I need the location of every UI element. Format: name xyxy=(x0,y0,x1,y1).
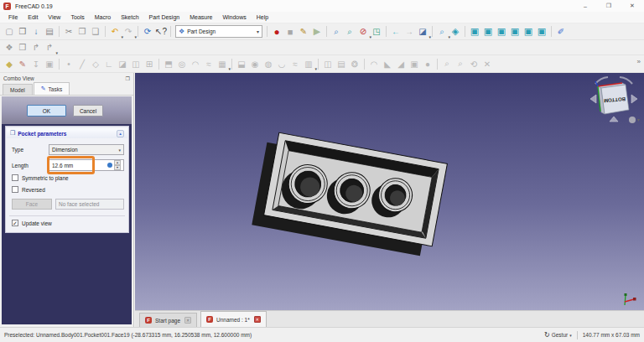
close-button[interactable]: ✕ xyxy=(621,0,644,12)
make-link-icon[interactable]: ↱ xyxy=(29,41,43,54)
restore-button[interactable]: ❐ xyxy=(597,0,621,12)
macro-record-icon[interactable]: ● xyxy=(270,25,283,39)
std-group-icon[interactable]: ❒ xyxy=(16,41,29,54)
sync-view-icon[interactable]: ◳ xyxy=(370,25,383,39)
tab-document-unnamed[interactable]: F Unnamed : 1* ✕ xyxy=(200,311,267,327)
navigation-style-selector[interactable]: ↻ Gestur ▾ xyxy=(544,331,572,339)
type-dropdown[interactable]: Dimension ▾ xyxy=(49,144,124,155)
create-body-icon[interactable]: ◆ xyxy=(3,57,16,70)
measure-clear-icon[interactable]: ✕ xyxy=(480,57,494,70)
boolean-icon[interactable]: ● xyxy=(421,57,434,70)
macro-stop-icon[interactable]: ■ xyxy=(283,25,297,39)
tab-start-page[interactable]: F Start page ✕ xyxy=(139,313,197,327)
length-input[interactable]: 12.6 mm ▴ ▾ xyxy=(49,159,124,171)
view-isometric-icon[interactable]: ◈ xyxy=(449,25,462,39)
3d-viewport[interactable]: BOTTOM xyxy=(135,73,644,310)
nav-back-icon[interactable]: ← xyxy=(389,25,402,39)
view-left-icon[interactable]: ▣ xyxy=(535,25,548,39)
menu-item-view[interactable]: View xyxy=(43,14,65,20)
menu-item-file[interactable]: File xyxy=(3,14,23,20)
reversed-checkbox[interactable] xyxy=(12,186,18,193)
part-3d-model[interactable] xyxy=(135,73,644,310)
subtractive-pipe-icon[interactable]: ≈ xyxy=(288,57,302,70)
measure-linear-icon[interactable]: ⌕ xyxy=(440,57,454,70)
view-rear-icon[interactable]: ▣ xyxy=(508,25,522,39)
open-folder-icon[interactable]: ❒ xyxy=(16,25,29,39)
map-sketch-icon[interactable]: ↧ xyxy=(29,57,43,70)
minimize-button[interactable]: – xyxy=(574,0,597,12)
subtractive-primitive-icon[interactable]: ▥▾ xyxy=(302,57,315,70)
sub-shape-binder-icon[interactable]: ◫ xyxy=(129,57,143,70)
navcube-menu-sphere[interactable] xyxy=(629,117,636,123)
expression-icon[interactable] xyxy=(107,163,112,168)
measure-angular-icon[interactable]: ⌕ xyxy=(454,57,467,70)
nav-forward-icon[interactable]: → xyxy=(402,25,416,39)
face-field[interactable]: No face selected xyxy=(55,199,124,210)
draft-icon[interactable]: ◢ xyxy=(394,57,408,70)
additive-loft-icon[interactable]: ◠ xyxy=(189,57,202,70)
toolbar-overflow-button[interactable]: » xyxy=(637,58,641,65)
face-button[interactable]: Face xyxy=(12,199,52,210)
polar-pattern-icon[interactable]: ❂ xyxy=(348,57,361,70)
mirrored-icon[interactable]: ◫ xyxy=(321,57,335,70)
zoom-icon[interactable]: ⌕ xyxy=(343,25,356,39)
menu-item-sketch[interactable]: Sketch xyxy=(116,14,143,20)
pocket-parameters-header[interactable]: ❒ Pocket parameters ▴ xyxy=(7,128,127,138)
macro-play-icon[interactable]: ▶ xyxy=(310,25,324,39)
measure-refresh-icon[interactable]: ⟲ xyxy=(467,57,480,70)
menu-item-edit[interactable]: Edit xyxy=(23,14,43,20)
pocket-icon[interactable]: ⬓ xyxy=(235,57,248,70)
menu-item-windows[interactable]: Windows xyxy=(217,14,251,20)
make-link-group-icon[interactable]: ↱▾ xyxy=(43,41,56,54)
revolution-icon[interactable]: ◎ xyxy=(175,57,189,70)
workbench-selector[interactable]: ❖ Part Design ▾ xyxy=(175,25,262,38)
additive-primitive-icon[interactable]: ▦▾ xyxy=(216,57,229,70)
shape-binder-icon[interactable]: ◪ xyxy=(116,57,129,70)
groove-icon[interactable]: ◍ xyxy=(262,57,275,70)
std-part-icon[interactable]: ❖ xyxy=(3,41,16,54)
symmetric-checkbox[interactable] xyxy=(12,174,18,181)
menu-item-help[interactable]: Help xyxy=(252,14,273,20)
menu-item-macro[interactable]: Macro xyxy=(90,14,116,20)
chamfer-icon[interactable]: ◣ xyxy=(381,57,394,70)
clone-icon[interactable]: ⊞ xyxy=(143,57,156,70)
datum-plane-icon[interactable]: ◇ xyxy=(89,57,102,70)
save-icon[interactable]: ↓ xyxy=(29,25,43,39)
fillet-icon[interactable]: ◠ xyxy=(367,57,381,70)
copy-icon[interactable]: ❐ xyxy=(75,25,89,39)
close-icon[interactable]: ✕ xyxy=(184,317,191,324)
clipping-icon[interactable]: ⊘▾ xyxy=(356,25,370,39)
subtractive-loft-icon[interactable]: ◡ xyxy=(275,57,288,70)
view-front-icon[interactable]: ▣ xyxy=(468,25,481,39)
paste-icon[interactable]: ❑ xyxy=(89,25,102,39)
view-top-icon[interactable]: ▣ xyxy=(481,25,495,39)
spin-down-button[interactable]: ▾ xyxy=(114,165,121,170)
navigation-cube[interactable]: BOTTOM xyxy=(588,75,640,127)
collapse-icon[interactable]: ▴ xyxy=(117,130,124,137)
draw-style-icon[interactable]: ◪▾ xyxy=(416,25,429,39)
datum-line-icon[interactable]: ╱ xyxy=(75,57,89,70)
hole-icon[interactable]: ◉ xyxy=(248,57,262,70)
sketch-view-icon[interactable]: ▣ xyxy=(43,57,56,70)
tab-tasks[interactable]: ✎ Tasks xyxy=(34,82,70,95)
navcube-arrow-left[interactable] xyxy=(590,95,596,103)
view-fit-icon[interactable]: ⌕▾ xyxy=(435,25,449,39)
cancel-button[interactable]: Cancel xyxy=(73,105,103,117)
new-file-icon[interactable]: ▢ xyxy=(3,25,16,39)
ok-button[interactable]: OK xyxy=(27,105,66,117)
dock-icon[interactable]: ❐ xyxy=(126,75,130,81)
menu-item-part-design[interactable]: Part Design xyxy=(144,14,185,20)
update-view-checkbox[interactable]: ✓ xyxy=(12,220,18,226)
navcube-arrow-down[interactable] xyxy=(610,117,618,122)
view-bottom-icon[interactable]: ▣ xyxy=(522,25,535,39)
whats-this-icon[interactable]: ↖? xyxy=(154,25,168,39)
navcube-arrow-right[interactable] xyxy=(631,95,637,103)
thickness-icon[interactable]: ▣ xyxy=(408,57,421,70)
close-icon[interactable]: ✕ xyxy=(254,316,261,323)
menu-item-measure[interactable]: Measure xyxy=(184,14,217,20)
datum-point-icon[interactable]: • xyxy=(62,57,75,70)
cut-icon[interactable]: ✂ xyxy=(62,25,75,39)
menu-item-tools[interactable]: Tools xyxy=(65,14,89,20)
measure-icon[interactable]: ✐ xyxy=(554,25,568,39)
create-sketch-icon[interactable]: ✎ xyxy=(16,57,29,70)
